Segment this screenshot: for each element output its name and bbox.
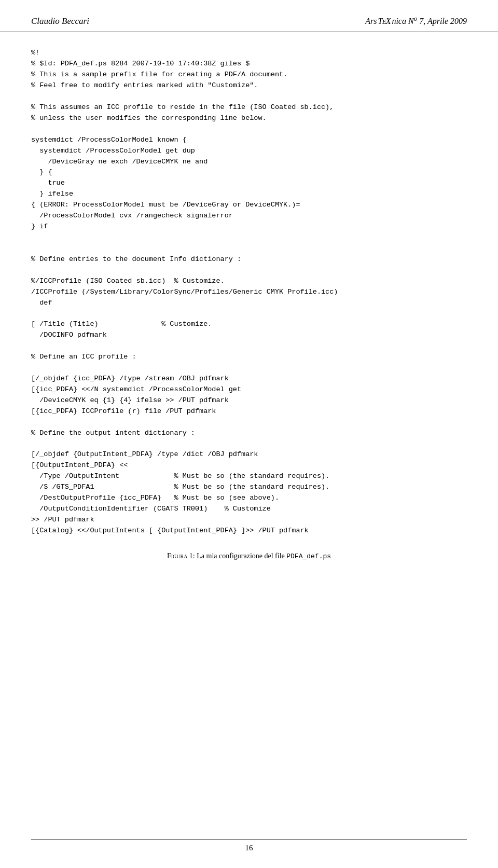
figure-filename: PDFA_def.ps <box>286 553 331 560</box>
journal-ars: Ars <box>365 17 377 26</box>
main-content: %! % $Id: PDFA_def.ps 8284 2007-10-10 17… <box>0 32 498 581</box>
figure-caption-text: La mia configurazione del file PDFA_def.… <box>197 552 331 560</box>
figure-caption: Figura 1: La mia configurazione del file… <box>31 552 467 560</box>
code-listing: %! % $Id: PDFA_def.ps 8284 2007-10-10 17… <box>31 48 467 536</box>
figure-label: Figura 1: <box>167 552 195 560</box>
page-header: Claudio Beccari ArsTEXnica No 7, Aprile … <box>0 0 498 32</box>
page-footer: 16 <box>31 839 467 852</box>
page: Claudio Beccari ArsTEXnica No 7, Aprile … <box>0 0 498 868</box>
author-name: Claudio Beccari <box>31 16 89 26</box>
page-number: 16 <box>245 844 253 852</box>
journal-title: ArsTEXnica No 7, Aprile 2009 <box>365 15 467 26</box>
journal-tex: TEX <box>378 17 391 26</box>
